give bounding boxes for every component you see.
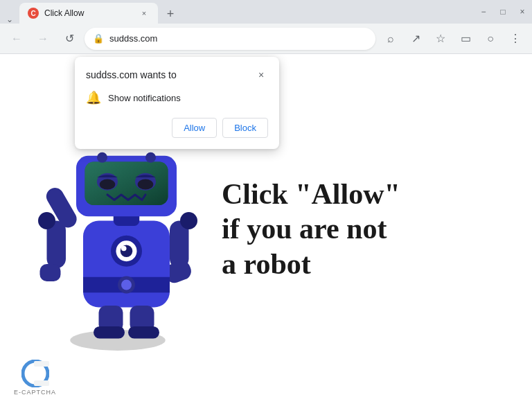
block-button[interactable]: Block (222, 118, 268, 138)
svg-rect-2 (34, 380, 49, 386)
share-icon-button[interactable]: ↗ (405, 28, 427, 50)
active-tab[interactable]: C Click Allow × (19, 3, 158, 24)
svg-rect-1 (34, 361, 49, 367)
right-foot (128, 326, 159, 339)
captcha-main-text: Click "Allow" if you are not a robot (222, 177, 504, 281)
toolbar-icons: ⌕ ↗ ☆ ▭ ○ ⋮ (380, 28, 526, 50)
captcha-text-area: Click "Allow" if you are not a robot (208, 177, 504, 281)
popup-buttons: Allow Block (86, 118, 268, 138)
browser-toolbar: ← → ↺ 🔒 suddss.com ⌕ ↗ ☆ ▭ ○ ⋮ (0, 24, 532, 54)
lock-icon: 🔒 (93, 33, 104, 44)
ecaptcha-badge: E-CAPTCHA (14, 360, 56, 396)
maximize-button[interactable]: □ (499, 8, 507, 16)
left-shoulder (38, 212, 55, 229)
ecaptcha-label: E-CAPTCHA (14, 389, 56, 396)
popup-header: suddss.com wants to × (86, 68, 268, 82)
titlebar: ⌄ C Click Allow × + − □ × (0, 0, 532, 24)
notification-row: 🔔 Show notifications (86, 90, 268, 105)
right-antenna-bump (145, 152, 156, 162)
address-text: suddss.com (109, 33, 367, 44)
new-tab-button[interactable]: + (161, 4, 180, 24)
notification-label: Show notifications (108, 93, 181, 103)
left-foot (94, 326, 125, 339)
profile-icon-button[interactable]: ○ (479, 28, 502, 50)
popup-close-button[interactable]: × (254, 68, 268, 82)
right-shoulder (180, 212, 197, 229)
forward-button[interactable]: → (32, 28, 54, 50)
right-pupil (138, 179, 154, 189)
tab-close-button[interactable]: × (139, 8, 150, 19)
close-window-button[interactable]: × (518, 8, 526, 16)
notification-popup: suddss.com wants to × 🔔 Show notificatio… (75, 57, 279, 149)
refresh-button[interactable]: ↺ (58, 28, 80, 50)
tab-favicon: C (28, 8, 39, 19)
minimize-button[interactable]: − (479, 8, 488, 16)
allow-button[interactable]: Allow (172, 118, 217, 138)
tab-title: Click Allow (44, 8, 133, 18)
search-icon-button[interactable]: ⌕ (380, 28, 402, 50)
left-fist (40, 264, 61, 281)
chest-orb-highlight (121, 245, 127, 251)
bell-icon: 🔔 (86, 90, 101, 105)
window-controls: − □ × (479, 8, 526, 16)
bookmark-icon-button[interactable]: ☆ (429, 28, 452, 50)
ecaptcha-logo (21, 360, 49, 387)
restore-button[interactable]: ⌄ (6, 15, 14, 24)
back-button[interactable]: ← (6, 28, 28, 50)
left-pupil (100, 179, 116, 189)
page-content: suddss.com wants to × 🔔 Show notificatio… (0, 54, 532, 404)
left-antenna-bump (97, 152, 107, 162)
popup-title: suddss.com wants to (86, 69, 177, 80)
menu-icon-button[interactable]: ⋮ (504, 28, 526, 50)
address-bar[interactable]: 🔒 suddss.com (85, 28, 375, 50)
sidebar-icon-button[interactable]: ▭ (454, 28, 477, 50)
belt-buckle-inner (121, 279, 132, 290)
tab-area: ⌄ C Click Allow × + (6, 0, 479, 24)
